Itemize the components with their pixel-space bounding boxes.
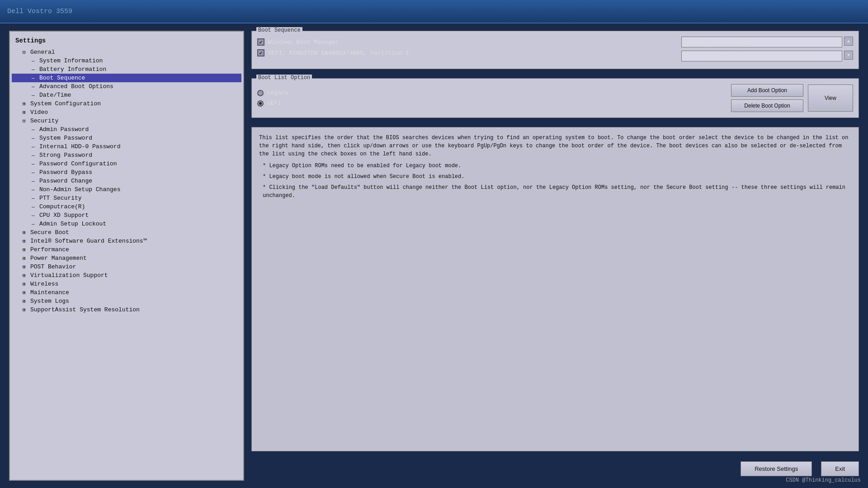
sidebar-label-secure-boot: Secure Boot — [30, 229, 69, 236]
expander-system-logs: ⊞ — [23, 298, 29, 304]
sidebar-label-non-admin-setup: Non-Admin Setup Changes — [39, 186, 120, 193]
uefi-radio[interactable] — [257, 100, 264, 107]
sidebar-item-intel-sgx[interactable]: ⊞Intel® Software Guard Extensions™ — [12, 237, 241, 245]
view-button[interactable]: View — [808, 84, 853, 112]
sidebar-item-system-information[interactable]: —System Information — [12, 56, 241, 65]
boot-list-buttons: Add Boot Option Delete Boot Option View — [731, 84, 853, 112]
add-delete-buttons: Add Boot Option Delete Boot Option — [731, 84, 803, 112]
boot-item-wbm: ✔ Windows Boot Manager — [257, 37, 676, 47]
sidebar-item-strong-password[interactable]: —Strong Password — [12, 151, 241, 160]
sidebar-item-secure-boot[interactable]: ⊞Secure Boot — [12, 228, 241, 237]
sidebar-item-supportassist[interactable]: ⊞SupportAssist System Resolution — [12, 305, 241, 314]
boot-list-option-section: Boot List Option Legacy UEFI Ad — [251, 78, 859, 118]
info-panel: This list specifies the order that the B… — [251, 127, 859, 451]
sidebar-item-battery-information[interactable]: —Battery Information — [12, 65, 241, 74]
sidebar-item-ptt-security[interactable]: —PTT Security — [12, 194, 241, 202]
app-title: Dell Vostro 3559 — [7, 8, 72, 15]
sidebar-item-system-configuration[interactable]: ⊞System Configuration — [12, 99, 241, 108]
expander-admin-setup-lockout: — — [32, 221, 38, 227]
sidebar-label-advanced-boot-options: Advanced Boot Options — [39, 83, 113, 90]
scroll-controls-2: ▼ — [844, 51, 853, 61]
sidebar-item-wireless[interactable]: ⊞Wireless — [12, 280, 241, 288]
info-notes: Legacy Option ROMs need to be enabled fo… — [263, 162, 851, 200]
content: Boot Sequence ✔ Windows Boot Manager ✔ U… — [251, 31, 859, 481]
sidebar-item-admin-password[interactable]: —Admin Password — [12, 125, 241, 134]
expander-video: ⊞ — [23, 109, 29, 115]
scroll-controls-1: ▲ — [844, 37, 853, 47]
sidebar-item-computrace[interactable]: —Computrace(R) — [12, 202, 241, 211]
titlebar: Dell Vostro 3559 — [0, 0, 868, 23]
sidebar-item-cpu-xd[interactable]: —CPU XD Support — [12, 211, 241, 220]
expander-cpu-xd: — — [32, 213, 38, 218]
wbm-checkbox[interactable]: ✔ — [257, 38, 264, 46]
sidebar-item-date-time[interactable]: —Date/Time — [12, 91, 241, 99]
sidebar-item-security[interactable]: ⊟Security — [12, 117, 241, 125]
info-note-1: Legacy boot mode is not allowed when Sec… — [263, 173, 851, 181]
sidebar-item-maintenance[interactable]: ⊞Maintenance — [12, 288, 241, 297]
sidebar-label-date-time: Date/Time — [39, 92, 71, 99]
sidebar-item-video[interactable]: ⊞Video — [12, 108, 241, 117]
sidebar-label-power-management: Power Management — [30, 255, 87, 262]
boot-list-item-1[interactable]: Windows Boot Manager — [681, 37, 842, 47]
scroll-up-btn[interactable]: ▲ — [844, 37, 853, 46]
sidebar-label-strong-password: Strong Password — [39, 152, 92, 159]
boot-sequence-list: ✔ Windows Boot Manager ✔ UEFI: KINGSTON … — [257, 37, 676, 63]
sidebar-item-system-password[interactable]: —System Password — [12, 134, 241, 142]
sidebar-label-post-behavior: POST Behavior — [30, 263, 76, 270]
sidebar-label-general: General — [30, 49, 55, 56]
uefi-option: UEFI — [257, 98, 726, 108]
sidebar-item-post-behavior[interactable]: ⊞POST Behavior — [12, 263, 241, 271]
sidebar-item-performance[interactable]: ⊞Performance — [12, 245, 241, 254]
expander-maintenance: ⊞ — [23, 290, 29, 296]
sidebar-label-password-bypass: Password Bypass — [39, 169, 92, 176]
sidebar-item-power-management[interactable]: ⊞Power Management — [12, 254, 241, 263]
expander-boot-sequence: — — [32, 75, 38, 81]
legacy-label: Legacy — [267, 89, 288, 96]
boot-sequence-section: Boot Sequence ✔ Windows Boot Manager ✔ U… — [251, 31, 859, 69]
expander-system-configuration: ⊞ — [23, 101, 29, 107]
sidebar-item-internal-hdd[interactable]: —Internal HDD-0 Password — [12, 142, 241, 151]
sidebar-item-password-bypass[interactable]: —Password Bypass — [12, 168, 241, 177]
sidebar-label-intel-sgx: Intel® Software Guard Extensions™ — [30, 238, 146, 244]
boot-list-item-2[interactable]: UEFI: KINGSTON SA400S37480G, Partition 1 — [681, 51, 842, 61]
sidebar-title: Settings — [12, 35, 241, 48]
expander-system-password: — — [32, 136, 38, 141]
sidebar-label-admin-setup-lockout: Admin Setup Lockout — [39, 221, 106, 227]
sidebar-label-system-password: System Password — [39, 135, 92, 141]
sidebar-item-boot-sequence[interactable]: —Boot Sequence — [12, 74, 241, 82]
expander-security: ⊟ — [23, 118, 29, 124]
expander-password-change: — — [32, 178, 38, 184]
sidebar-item-password-change[interactable]: —Password Change — [12, 177, 241, 185]
sidebar-label-password-configuration: Password Configuration — [39, 160, 117, 167]
expander-computrace: — — [32, 204, 38, 210]
expander-internal-hdd: — — [32, 144, 38, 150]
expander-virtualization: ⊞ — [23, 272, 29, 278]
restore-settings-button[interactable]: Restore Settings — [741, 461, 812, 476]
exit-button[interactable]: Exit — [821, 461, 859, 476]
sidebar-label-video: Video — [30, 109, 48, 116]
expander-wireless: ⊞ — [23, 281, 29, 287]
expander-admin-password: — — [32, 127, 38, 132]
sidebar-item-general[interactable]: ⊟General — [12, 48, 241, 56]
delete-boot-option-button[interactable]: Delete Boot Option — [731, 99, 803, 112]
sidebar-label-computrace: Computrace(R) — [39, 203, 85, 210]
info-description: This list specifies the order that the B… — [259, 134, 851, 158]
sidebar-item-admin-setup-lockout[interactable]: —Admin Setup Lockout — [12, 220, 241, 228]
expander-password-bypass: — — [32, 170, 38, 175]
uefi-checkbox[interactable]: ✔ — [257, 49, 264, 56]
expander-performance: ⊞ — [23, 247, 29, 253]
uefi-radio-label: UEFI — [267, 100, 281, 107]
add-boot-option-button[interactable]: Add Boot Option — [731, 84, 803, 97]
sidebar-item-password-configuration[interactable]: —Password Configuration — [12, 160, 241, 168]
sidebar-item-virtualization[interactable]: ⊞Virtualization Support — [12, 271, 241, 280]
sidebar-item-system-logs[interactable]: ⊞System Logs — [12, 297, 241, 305]
sidebar-label-supportassist: SupportAssist System Resolution — [30, 306, 140, 313]
expander-general: ⊟ — [23, 49, 29, 55]
sidebar-item-advanced-boot-options[interactable]: —Advanced Boot Options — [12, 82, 241, 91]
scroll-down-btn[interactable]: ▼ — [844, 51, 853, 60]
boot-list-option-label: Boot List Option — [256, 75, 312, 81]
sidebar-item-non-admin-setup[interactable]: —Non-Admin Setup Changes — [12, 185, 241, 194]
legacy-radio[interactable] — [257, 90, 264, 96]
sidebar-label-system-configuration: System Configuration — [30, 100, 101, 107]
watermark: CSDN @Thinking_calculus — [786, 477, 861, 483]
